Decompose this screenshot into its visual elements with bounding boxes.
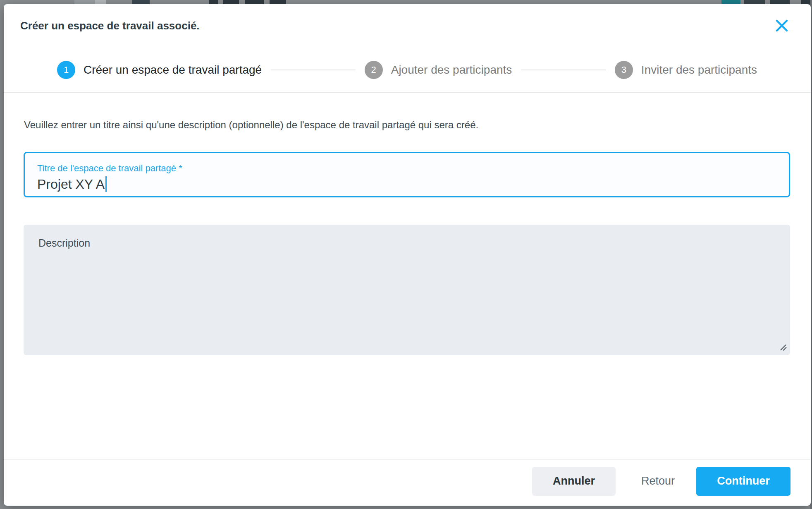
stepper-connector [521, 70, 606, 70]
dialog-title: Créer un espace de travail associé. [20, 18, 200, 33]
close-icon [775, 19, 788, 34]
dialog-footer: Annuler Retour Continuer [4, 459, 811, 506]
step-add-participants[interactable]: 2 Ajouter des participants [365, 61, 512, 79]
dialog-body: Veuillez entrer un titre ainsi qu'une de… [4, 93, 811, 355]
wizard-stepper: 1 Créer un espace de travail partagé 2 A… [4, 61, 811, 79]
step-3-label: Inviter des participants [641, 63, 757, 77]
stepper-connector [271, 70, 356, 70]
step-3-badge: 3 [615, 61, 633, 79]
resize-handle-icon[interactable] [779, 343, 787, 353]
step-invite-participants[interactable]: 3 Inviter des participants [615, 61, 757, 79]
text-cursor [105, 176, 107, 192]
cancel-button[interactable]: Annuler [532, 467, 616, 496]
continue-button[interactable]: Continuer [696, 467, 791, 496]
create-workspace-dialog: Créer un espace de travail associé. 1 Cr… [4, 4, 811, 506]
close-button[interactable] [773, 17, 791, 36]
step-1-badge: 1 [57, 61, 75, 79]
title-input-value: Projet XY A [37, 176, 105, 192]
instruction-text: Veuillez entrer un titre ainsi qu'une de… [24, 118, 790, 132]
step-1-label: Créer un espace de travail partagé [84, 63, 262, 77]
description-input[interactable] [24, 225, 790, 355]
back-button[interactable]: Retour [637, 467, 679, 496]
title-input-label: Titre de l'espace de travail partagé * [37, 163, 776, 174]
step-2-label: Ajouter des participants [391, 63, 512, 77]
step-2-badge: 2 [365, 61, 383, 79]
title-input[interactable]: Titre de l'espace de travail partagé * P… [24, 152, 790, 197]
dialog-header: Créer un espace de travail associé. [4, 4, 811, 36]
step-create-workspace[interactable]: 1 Créer un espace de travail partagé [57, 61, 262, 79]
